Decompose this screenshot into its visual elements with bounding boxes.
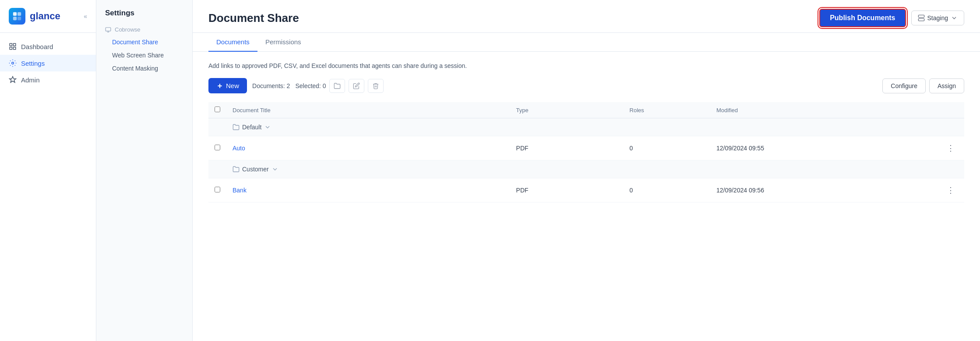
nav-web-screen-share[interactable]: Web Screen Share	[96, 49, 192, 62]
tab-permissions[interactable]: Permissions	[257, 33, 309, 52]
logo-area: glance «	[0, 0, 96, 33]
select-all-checkbox[interactable]	[215, 107, 220, 112]
selected-count: Selected: 0	[295, 82, 326, 89]
collapse-button[interactable]: «	[84, 13, 87, 20]
th-checkbox	[208, 102, 226, 118]
configure-button[interactable]: Configure	[882, 78, 926, 93]
default-folder-chevron-icon[interactable]	[264, 124, 271, 131]
default-folder-cell: Default	[233, 124, 958, 131]
folder-customer-row: Customer	[208, 160, 964, 178]
header-actions: Publish Documents Staging	[819, 9, 964, 27]
cobrowse-icon	[105, 27, 111, 33]
auto-doc-type: PDF	[510, 136, 624, 160]
svg-rect-0	[13, 12, 17, 16]
svg-rect-4	[10, 43, 12, 46]
toolbar: New Documents: 2 Selected: 0 Configur	[208, 78, 964, 93]
logo-text: glance	[30, 11, 60, 22]
svg-rect-11	[918, 18, 924, 21]
folder-default-row: Default	[208, 118, 964, 136]
sidebar-item-dashboard[interactable]: Dashboard	[0, 38, 96, 55]
nav-document-share[interactable]: Document Share	[96, 36, 192, 49]
plus-icon	[216, 82, 223, 89]
svg-rect-10	[918, 15, 924, 17]
svg-rect-9	[106, 27, 111, 31]
bank-doc-link[interactable]: Bank	[233, 187, 247, 194]
admin-icon	[9, 76, 17, 84]
table-body: Default Auto PDF	[208, 118, 964, 202]
dashboard-icon	[9, 43, 17, 50]
staging-label: Staging	[927, 14, 948, 21]
cobrowse-label: Cobrowse	[115, 26, 141, 33]
new-button[interactable]: New	[208, 78, 247, 93]
th-type: Type	[510, 102, 624, 118]
bank-doc-more-button[interactable]: ⋮	[943, 184, 958, 197]
documents-table: Document Title Type Roles Modified	[208, 102, 964, 202]
edit-icon	[353, 82, 360, 89]
svg-rect-1	[18, 12, 21, 16]
new-button-label: New	[226, 82, 239, 89]
svg-point-8	[12, 62, 14, 64]
main-body: Add links to approved PDF, CSV, and Exce…	[193, 52, 980, 341]
sidebar-nav: Dashboard Settings Admin	[0, 33, 96, 341]
staging-server-icon	[918, 14, 925, 21]
folder-customer-icon	[233, 166, 240, 173]
auto-doc-more-button[interactable]: ⋮	[943, 142, 958, 155]
customer-folder-chevron-icon[interactable]	[271, 166, 278, 173]
th-action	[937, 102, 964, 118]
main-content: Document Share Publish Documents Staging…	[193, 0, 980, 341]
staging-dropdown[interactable]: Staging	[911, 11, 964, 25]
svg-rect-5	[14, 43, 16, 46]
customer-folder-cell: Customer	[233, 166, 958, 173]
auto-doc-link[interactable]: Auto	[233, 145, 245, 152]
dashboard-label: Dashboard	[21, 43, 53, 50]
sidebar-item-settings[interactable]: Settings	[0, 55, 96, 71]
main-header: Document Share Publish Documents Staging	[193, 0, 980, 33]
nav-content-masking[interactable]: Content Masking	[96, 62, 192, 75]
bank-doc-type: PDF	[510, 178, 624, 202]
page-description: Add links to approved PDF, CSV, and Exce…	[208, 62, 964, 69]
folder-icon	[334, 82, 341, 89]
chevron-down-icon	[951, 14, 958, 21]
bank-row-checkbox[interactable]	[215, 187, 220, 192]
table-row: Bank PDF 0 12/09/2024 09:56 ⋮	[208, 178, 964, 202]
svg-rect-7	[14, 47, 16, 50]
th-modified: Modified	[710, 102, 937, 118]
publish-documents-button[interactable]: Publish Documents	[819, 9, 906, 27]
folder-default-icon	[233, 124, 240, 131]
folder-move-button[interactable]	[329, 79, 345, 93]
th-roles: Roles	[624, 102, 710, 118]
logo-icon	[9, 8, 25, 25]
settings-panel: Settings Cobrowse Document Share Web Scr…	[96, 0, 193, 341]
edit-button[interactable]	[349, 79, 364, 93]
assign-button[interactable]: Assign	[929, 78, 964, 93]
default-folder-name: Default	[242, 124, 261, 131]
documents-count: Documents: 2	[252, 82, 290, 89]
svg-rect-2	[13, 17, 17, 20]
delete-button[interactable]	[368, 79, 384, 93]
sidebar-item-admin[interactable]: Admin	[0, 71, 96, 88]
th-title: Document Title	[226, 102, 510, 118]
trash-icon	[372, 82, 379, 89]
bank-doc-roles: 0	[624, 178, 710, 202]
table-header: Document Title Type Roles Modified	[208, 102, 964, 118]
svg-rect-3	[18, 17, 21, 20]
svg-rect-6	[10, 47, 12, 50]
settings-panel-title: Settings	[96, 9, 192, 25]
tab-bar: Documents Permissions	[193, 33, 980, 52]
admin-label: Admin	[21, 76, 40, 84]
cobrowse-group-label: Cobrowse	[96, 25, 192, 36]
sidebar: glance « Dashboard Settings Admin	[0, 0, 96, 341]
tab-documents[interactable]: Documents	[208, 33, 257, 52]
table-row: Auto PDF 0 12/09/2024 09:55 ⋮	[208, 136, 964, 160]
settings-icon	[9, 59, 17, 67]
page-title: Document Share	[208, 11, 299, 30]
auto-row-checkbox[interactable]	[215, 145, 220, 150]
bank-doc-modified: 12/09/2024 09:56	[710, 178, 937, 202]
customer-folder-name: Customer	[242, 166, 269, 173]
auto-doc-modified: 12/09/2024 09:55	[710, 136, 937, 160]
auto-doc-roles: 0	[624, 136, 710, 160]
settings-label: Settings	[21, 60, 45, 67]
